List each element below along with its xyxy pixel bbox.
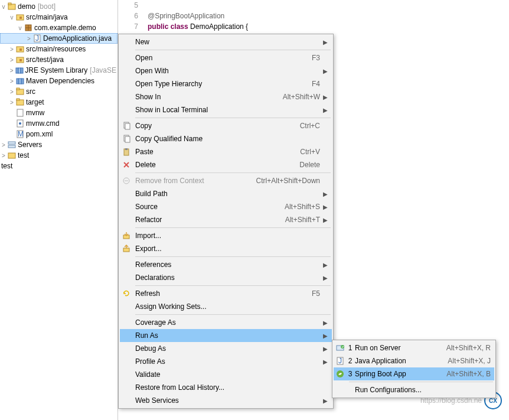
menu-item-restore-from-local-history[interactable]: Restore from Local History... [120,381,332,394]
folder-icon [7,151,17,160]
tree-item[interactable]: >JRE System Library[JavaSE [0,65,118,76]
menu-item-assign-working-sets[interactable]: Assign Working Sets... [120,300,332,313]
chevron-right-icon[interactable]: > [8,57,15,63]
menu-item-coverage-as[interactable]: Coverage As▶ [120,316,332,329]
tree-item[interactable]: >src [0,86,118,97]
submenu-item-run-configurations[interactable]: Run Configurations... [334,383,494,396]
menu-item-open[interactable]: OpenF3 [120,51,332,64]
menu-item-declarations[interactable]: Declarations▶ [120,271,332,284]
menu-item-label: Open With [133,67,322,75]
svg-rect-30 [8,153,15,158]
menu-item-label: Export... [133,245,322,253]
menu-item-build-path[interactable]: Build Path▶ [120,187,332,200]
test-node-2[interactable]: test [0,161,118,171]
tree-item[interactable]: >target [0,97,118,108]
servers-icon [7,140,17,149]
chevron-down-icon[interactable]: v [17,25,24,31]
menu-item-open-type-hierarchy[interactable]: Open Type HierarchyF4 [120,77,332,90]
svg-rect-1 [8,3,11,5]
submenu-item-number: 2 [347,357,354,365]
menu-item-source[interactable]: SourceAlt+Shift+S▶ [120,200,332,213]
chevron-down-icon[interactable]: v [8,14,15,21]
menu-item-delete[interactable]: DeleteDelete [120,158,332,171]
tree-item[interactable]: >Maven Dependencies [0,76,118,86]
tree-item[interactable]: Mpom.xml [0,129,118,139]
menu-item-label: Run As [133,331,322,340]
menu-item-run-as[interactable]: Run As▶ [120,329,332,342]
menu-item-label: Open Type Hierarchy [133,80,312,88]
project-root[interactable]: v demo [boot] [0,1,118,12]
menu-item-paste[interactable]: PasteCtrl+V [120,145,332,158]
servers-node[interactable]: > Servers [0,139,118,150]
submenu-item-label: Java Application [354,357,448,365]
menu-item-profile-as[interactable]: Profile As▶ [120,355,332,368]
context-menu[interactable]: New▶OpenF3Open With▶Open Type HierarchyF… [118,34,334,409]
tree-item[interactable]: mvnw.cmd [0,118,118,129]
menu-item-open-with[interactable]: Open With▶ [120,64,332,77]
chevron-right-icon[interactable]: > [8,46,15,53]
submenu-item-spring-boot-app[interactable]: 3Spring Boot AppAlt+Shift+X, B [334,367,494,380]
tree-item[interactable]: vcom.example.demo [0,22,118,33]
delete-icon [120,161,133,169]
chevron-right-icon[interactable]: > [0,142,7,148]
menu-item-refresh[interactable]: RefreshF5 [120,287,332,300]
tree-item-label: target [26,98,44,106]
menu-item-show-in-local-terminal[interactable]: Show in Local Terminal▶ [120,103,332,116]
svg-rect-12 [19,59,22,61]
menu-item-label: Source [133,203,285,211]
menu-separator [135,285,331,286]
tree-item[interactable]: >src/main/resources [0,44,118,54]
submenu-arrow-icon: ▶ [322,39,328,45]
menu-item-label: Restore from Local History... [133,383,322,392]
submenu-item-label: Run on Server [354,344,446,352]
import-icon [120,232,133,240]
menu-item-refactor[interactable]: RefactorAlt+Shift+T▶ [120,213,332,226]
menu-item-references[interactable]: References▶ [120,258,332,271]
menu-item-label: Refresh [133,289,312,298]
chevron-right-icon[interactable]: > [8,67,15,74]
test-node[interactable]: > test [0,150,118,161]
export-icon [120,245,133,253]
chevron-right-icon[interactable]: > [8,78,15,84]
menu-item-copy-qualified-name[interactable]: Copy Qualified Name [120,132,332,145]
menu-item-label: Declarations [133,274,322,282]
project-explorer[interactable]: v demo [boot] vsrc/main/javavcom.example… [0,0,118,420]
lib-icon [15,76,25,86]
svg-rect-32 [125,123,130,129]
chevron-right-icon[interactable]: > [25,35,32,42]
menu-item-label: New [133,38,322,46]
chevron-right-icon[interactable]: > [0,152,7,159]
menu-item-show-in[interactable]: Show InAlt+Shift+W▶ [120,90,332,103]
menu-item-export[interactable]: Export... [120,242,332,255]
menu-item-label: Coverage As [133,318,322,327]
menu-separator [135,50,331,50]
submenu-arrow-icon: ▶ [322,320,328,326]
tree-item-label: Maven Dependencies [26,77,94,85]
menu-item-label: Assign Working Sets... [133,302,322,311]
submenu-item-run-on-server[interactable]: 1Run on ServerAlt+Shift+X, R [334,341,494,354]
menu-item-debug-as[interactable]: Debug As▶ [120,342,332,355]
lib-icon [15,66,24,75]
run-as-submenu[interactable]: 1Run on ServerAlt+Shift+X, RJ2Java Appli… [332,340,496,398]
submenu-item-number: 3 [347,370,354,378]
menu-item-validate[interactable]: Validate [120,368,332,381]
chevron-right-icon[interactable]: > [8,89,15,95]
folder-icon [15,97,25,107]
menu-item-copy[interactable]: CopyCtrl+C [120,119,332,132]
menu-separator [135,227,331,228]
pkg-root-icon [15,55,25,64]
tree-item[interactable]: mvnw [0,108,118,118]
chevron-right-icon[interactable]: > [8,99,15,106]
chevron-down-icon[interactable]: v [0,4,7,10]
spring-icon [334,370,347,378]
tree-item[interactable]: vsrc/main/java [0,12,118,22]
menu-item-web-services[interactable]: Web Services▶ [120,394,332,407]
menu-item-import[interactable]: Import... [120,229,332,242]
tree-item[interactable]: >JDemoApplication.java [0,33,118,44]
menu-item-new[interactable]: New▶ [120,35,332,48]
menu-item-accel: F5 [312,289,322,298]
pkg-icon [24,23,33,32]
submenu-item-java-application[interactable]: J2Java ApplicationAlt+Shift+X, J [334,354,494,367]
folder-icon [15,87,25,96]
tree-item[interactable]: >src/test/java [0,54,118,65]
